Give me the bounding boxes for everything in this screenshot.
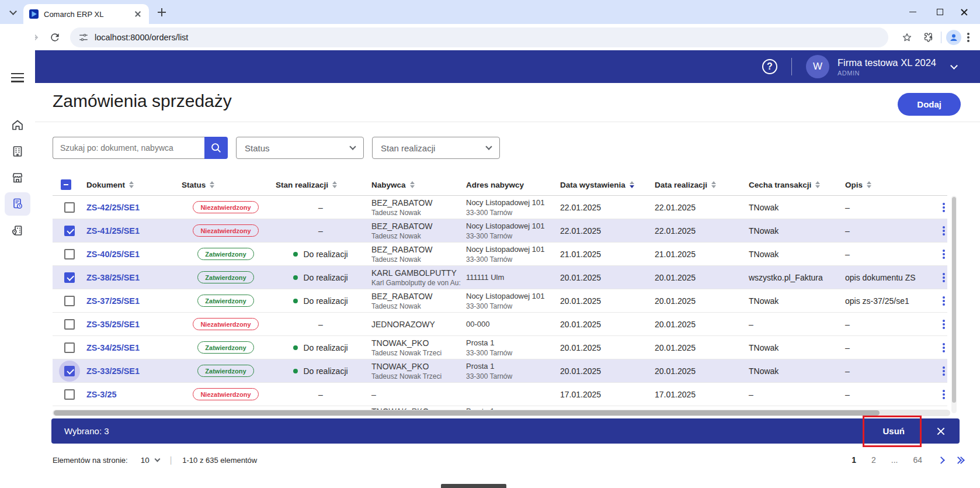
column-header[interactable]: Data realizacji	[649, 181, 743, 189]
row-menu-kebab-icon[interactable]	[943, 390, 945, 399]
bookmark-star-icon[interactable]	[899, 29, 915, 46]
sidebar-item-warehouse[interactable]	[5, 219, 30, 242]
reload-icon[interactable]	[47, 29, 63, 46]
horizontal-scrollbar-thumb[interactable]	[54, 410, 880, 416]
next-page-icon[interactable]	[939, 458, 944, 463]
document-link[interactable]: ZS-35/25/SE1	[86, 320, 176, 329]
table-row[interactable]: ZS-38/25/SE1 Zatwierdzony Do realizacji …	[53, 266, 947, 289]
due-date: 17.01.2025	[655, 390, 743, 399]
row-menu-kebab-icon[interactable]	[943, 273, 945, 282]
page-number[interactable]: 2	[871, 455, 876, 465]
column-header[interactable]: Stan realizacji	[270, 181, 366, 189]
document-link[interactable]: ZS-34/25/SE1	[86, 343, 176, 352]
row-checkbox[interactable]	[64, 202, 75, 213]
window-minimize-button[interactable]	[899, 0, 926, 24]
add-button[interactable]: Dodaj	[898, 93, 961, 116]
site-settings-icon[interactable]	[78, 32, 89, 43]
column-header[interactable]: Status	[176, 181, 270, 189]
table-row[interactable]: ZS-33/25/SE1 Zatwierdzony Do realizacji …	[53, 359, 947, 383]
document-link[interactable]: ZS-40/25/SE1	[86, 250, 176, 259]
table-row[interactable]: ZS-41/25/SE1 Niezatwierdzony – BEZ_RABAT…	[53, 219, 947, 243]
table-row[interactable]: ZS-34/25/SE1 Zatwierdzony Do realizacji …	[53, 336, 947, 359]
column-header[interactable]: Data wystawienia	[554, 181, 649, 189]
page-number[interactable]: ...	[891, 455, 898, 465]
table-row[interactable]: ZS-42/25/SE1 Niezatwierdzony – BEZ_RABAT…	[53, 196, 947, 219]
row-checkbox[interactable]	[64, 319, 75, 330]
url-bar[interactable]: localhost:8000/orders/list	[70, 27, 888, 47]
stan-filter-select[interactable]: Stan realizacji	[372, 137, 500, 159]
status-filter-select[interactable]: Status	[236, 137, 364, 159]
user-avatar[interactable]: W	[806, 55, 829, 78]
row-menu-kebab-icon[interactable]	[943, 250, 945, 259]
chevron-down-icon[interactable]	[950, 62, 958, 70]
vertical-scrollbar-thumb[interactable]	[952, 197, 956, 403]
close-selection-icon[interactable]	[935, 425, 947, 437]
sort-icon[interactable]	[129, 181, 134, 189]
due-date: 21.01.2025	[655, 250, 743, 259]
row-checkbox[interactable]	[64, 226, 75, 236]
table-row[interactable]: ZS-37/25/SE1 Zatwierdzony Do realizacji …	[53, 289, 947, 313]
row-checkbox[interactable]	[64, 249, 75, 259]
row-checkbox[interactable]	[64, 296, 75, 306]
vertical-scrollbar[interactable]	[951, 196, 957, 413]
help-icon[interactable]: ?	[762, 59, 777, 74]
buyer-address-line2: 33-300 Tarnów	[466, 231, 554, 241]
document-link[interactable]: ZS-41/25/SE1	[86, 226, 176, 236]
sort-icon[interactable]	[867, 181, 871, 189]
row-menu-kebab-icon[interactable]	[943, 366, 945, 376]
window-close-button[interactable]	[951, 0, 978, 24]
last-page-icon[interactable]	[955, 458, 964, 463]
sidebar-item-orders-active[interactable]	[5, 192, 30, 216]
per-page-select[interactable]: 10	[141, 456, 159, 465]
select-all-checkbox[interactable]	[61, 179, 71, 190]
sort-icon[interactable]	[410, 181, 415, 189]
sort-icon[interactable]	[210, 181, 214, 189]
column-header[interactable]: Adres nabywcy	[460, 181, 554, 189]
page-number[interactable]: 64	[913, 455, 922, 465]
document-link[interactable]: ZS-38/25/SE1	[86, 273, 176, 282]
taskbar-peek	[441, 484, 506, 488]
extensions-puzzle-icon[interactable]	[920, 29, 936, 46]
browser-profile-avatar[interactable]	[946, 30, 961, 45]
buyer-address-line1: Nocy Listopadowej 101	[466, 291, 554, 302]
document-link[interactable]: ZS-42/25/SE1	[86, 203, 176, 212]
row-menu-kebab-icon[interactable]	[943, 226, 945, 236]
company-selector[interactable]: Firma testowa XL 2024 ADMIN	[837, 57, 936, 77]
horizontal-scrollbar[interactable]	[53, 410, 950, 416]
new-tab-button[interactable]	[157, 7, 167, 18]
document-link[interactable]: ZS-37/25/SE1	[86, 296, 176, 306]
search-button[interactable]	[204, 137, 228, 159]
row-menu-kebab-icon[interactable]	[943, 296, 945, 306]
sidebar-item-home[interactable]	[5, 113, 30, 137]
row-checkbox[interactable]	[64, 272, 75, 283]
row-checkbox[interactable]	[64, 366, 75, 376]
window-maximize-button[interactable]	[926, 0, 953, 24]
buyer-code: BEZ_RABATOW	[371, 244, 460, 255]
sort-icon[interactable]	[332, 181, 337, 189]
browser-menu-kebab-icon[interactable]	[967, 33, 969, 42]
table-row[interactable]: ZS-35/25/SE1 Niezatwierdzony – JEDNORAZO…	[53, 313, 947, 336]
document-link[interactable]: ZS-33/25/SE1	[86, 366, 176, 376]
row-checkbox[interactable]	[64, 389, 75, 400]
column-header[interactable]: Opis	[839, 181, 920, 189]
column-header[interactable]: Nabywca	[366, 181, 460, 189]
hamburger-menu-icon[interactable]	[5, 66, 30, 89]
row-checkbox[interactable]	[64, 342, 75, 353]
row-menu-kebab-icon[interactable]	[943, 320, 945, 329]
sort-icon[interactable]	[815, 181, 820, 189]
document-link[interactable]: ZS-3/25	[86, 390, 176, 399]
column-header[interactable]: Cecha transakcji	[743, 181, 839, 189]
column-header[interactable]: Dokument	[81, 181, 176, 189]
sort-icon[interactable]	[711, 181, 716, 189]
tab-search-icon[interactable]	[6, 5, 20, 19]
row-menu-kebab-icon[interactable]	[943, 343, 945, 352]
sidebar-item-store[interactable]	[5, 166, 30, 189]
table-row[interactable]: ZS-3/25 Niezatwierdzony – – 17.01.2025 1…	[53, 383, 947, 406]
tab-close-icon[interactable]	[133, 9, 143, 19]
table-row[interactable]: ZS-40/25/SE1 Zatwierdzony Do realizacji …	[53, 243, 947, 266]
sort-icon[interactable]	[630, 181, 634, 189]
sidebar-item-company[interactable]	[5, 140, 30, 163]
browser-tab[interactable]: Comarch ERP XL	[23, 4, 149, 24]
row-menu-kebab-icon[interactable]	[943, 203, 945, 212]
search-input[interactable]	[53, 137, 204, 159]
